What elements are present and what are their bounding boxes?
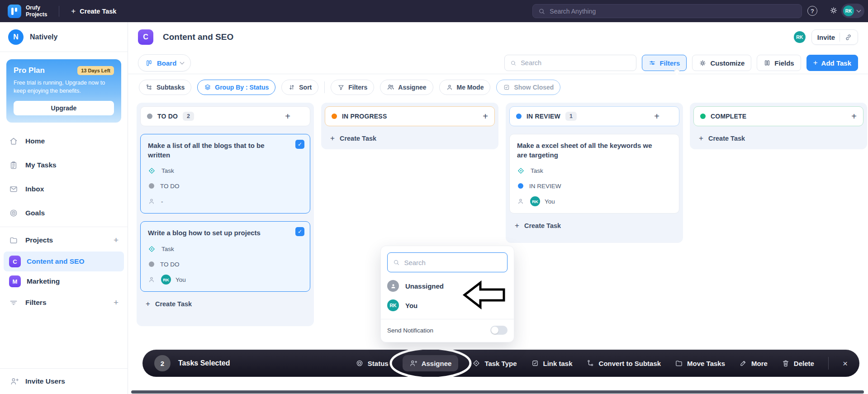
project-label: Marketing <box>27 277 60 285</box>
action-move-tasks-button[interactable]: Move Tasks <box>675 359 725 367</box>
task-card[interactable]: Write a blog how to set up projects ✓ Ta… <box>140 221 310 292</box>
fields-button[interactable]: Fields <box>757 55 801 71</box>
close-icon[interactable]: × <box>843 359 848 368</box>
sidebar-section-filters[interactable]: Filters + <box>0 291 128 314</box>
task-checkbox-checked[interactable]: ✓ <box>295 140 304 149</box>
sort-pill[interactable]: Sort <box>281 80 318 95</box>
column-in-progress-header[interactable]: IN PROGRESS + <box>325 106 495 126</box>
column-in-review-header[interactable]: IN REVIEW 1 + <box>509 106 679 126</box>
project-badge: M <box>9 275 21 287</box>
view-switcher-board[interactable]: Board <box>138 54 191 71</box>
show-closed-pill[interactable]: Show Closed <box>496 80 560 95</box>
invite-button[interactable]: Invite <box>811 29 858 45</box>
invite-users-button[interactable]: Invite Users <box>0 368 128 394</box>
action-convert-to-subtask-button[interactable]: Convert to Subtask <box>587 359 661 367</box>
sidebar: N Natively Pro Plan 13 Days Left Free tr… <box>0 22 128 394</box>
subtasks-pill[interactable]: Subtasks <box>139 80 191 95</box>
search-icon <box>510 60 517 66</box>
task-assignee-label: You <box>175 276 186 283</box>
plus-icon: + <box>813 58 818 67</box>
board-icon <box>145 59 153 67</box>
add-task-icon[interactable]: + <box>654 111 659 122</box>
create-task-button[interactable]: + Create Task <box>509 214 679 233</box>
customize-button[interactable]: Customize <box>692 55 751 71</box>
workspace-switcher[interactable]: N Natively <box>0 22 128 52</box>
divider <box>840 33 840 42</box>
task-type-label: Task <box>161 167 174 174</box>
column-complete-header[interactable]: COMPLETE + <box>693 106 863 126</box>
task-assignee-label: - <box>161 198 163 205</box>
add-project-button[interactable]: + <box>114 235 119 245</box>
assignee-search-input[interactable] <box>404 259 502 266</box>
user-menu[interactable]: RK <box>841 4 864 18</box>
filters-pill-label: Filters <box>348 84 367 91</box>
plan-card: Pro Plan 13 Days Left Free trial is runn… <box>6 59 121 123</box>
column-todo-header[interactable]: TO DO 2 + <box>140 106 310 126</box>
create-task-button[interactable]: + Create Task <box>140 292 310 311</box>
topbar-create-task-button[interactable]: + Create Task <box>71 7 116 16</box>
funnel-icon <box>337 84 345 91</box>
chevron-down-icon <box>857 8 861 13</box>
action-link-task-button[interactable]: Link task <box>531 359 573 367</box>
sidebar-item-inbox[interactable]: Inbox <box>0 177 128 201</box>
me-mode-pill[interactable]: Me Mode <box>439 80 491 95</box>
filters-label: Filters <box>659 59 680 67</box>
create-task-button[interactable]: + Create Task <box>325 126 495 146</box>
send-notification-toggle-off[interactable] <box>490 326 508 335</box>
task-type-label: Task <box>531 167 543 174</box>
help-button[interactable]: ? <box>807 6 817 16</box>
check-icon: ✓ <box>298 228 302 235</box>
app-logo[interactable]: Orufy Projects <box>0 5 47 18</box>
action-delete-button[interactable]: Delete <box>782 359 814 367</box>
task-assignee-row: - <box>148 197 303 206</box>
column-todo: TO DO 2 + Make a list of all the blogs t… <box>137 103 314 326</box>
task-checkbox-checked[interactable]: ✓ <box>295 227 304 236</box>
sidebar-project-marketing[interactable]: M Marketing <box>4 271 124 291</box>
task-card[interactable]: Make a list of all the blogs that to be … <box>140 134 310 214</box>
assignee-option-unassigned[interactable]: Unassigned <box>387 280 508 292</box>
member-avatar[interactable]: RK <box>794 31 806 43</box>
board-search-input[interactable] <box>521 59 631 66</box>
create-task-button[interactable]: + Create Task <box>693 126 863 146</box>
task-status-label: IN REVIEW <box>529 183 561 190</box>
status-dot-in-progress <box>332 114 337 119</box>
upgrade-button[interactable]: Upgrade <box>14 101 114 115</box>
task-card[interactable]: Make a excel sheet of all the keywords w… <box>509 134 679 214</box>
action-assignee-button[interactable]: Assignee <box>403 355 459 371</box>
sidebar-item-my-tasks[interactable]: My Tasks <box>0 153 128 177</box>
sidebar-item-goals[interactable]: Goals <box>0 201 128 225</box>
horizontal-scrollbar[interactable] <box>131 390 864 394</box>
trash-icon <box>782 359 790 367</box>
topbar-divider <box>59 6 59 17</box>
sidebar-section-projects[interactable]: Projects + <box>0 229 128 252</box>
action-task-type-button[interactable]: Task Type <box>472 359 517 367</box>
sidebar-project-content-and-seo[interactable]: C Content and SEO <box>4 252 124 271</box>
home-icon <box>9 137 18 146</box>
board-search[interactable] <box>504 55 636 71</box>
add-task-button[interactable]: + Add Task <box>806 55 858 71</box>
column-in-progress: IN PROGRESS + + Create Task <box>321 103 498 149</box>
topbar: Orufy Projects + Create Task ? RK <box>0 0 868 22</box>
status-icon <box>356 359 364 367</box>
assignee-search[interactable] <box>387 252 508 272</box>
filters-pill[interactable]: Filters <box>331 80 374 95</box>
sidebar-item-label: Home <box>25 137 45 145</box>
add-task-icon[interactable]: + <box>483 111 488 122</box>
assignee-option-you[interactable]: RK You <box>387 299 508 311</box>
add-filter-button[interactable]: + <box>114 298 119 308</box>
global-search[interactable] <box>532 4 802 18</box>
group-by-pill[interactable]: Group By : Status <box>197 80 275 95</box>
assignee-pill[interactable]: Assignee <box>380 80 433 95</box>
filters-button[interactable]: Filters <box>642 55 687 71</box>
settings-button[interactable] <box>829 6 838 15</box>
action-status-button[interactable]: Status <box>356 359 389 367</box>
add-task-icon[interactable]: + <box>285 111 290 122</box>
folder-icon <box>9 236 18 245</box>
add-task-icon[interactable]: + <box>851 111 857 122</box>
global-search-input[interactable] <box>550 8 796 15</box>
task-diamond-icon <box>517 167 525 175</box>
create-task-label: Create Task <box>708 135 745 142</box>
sidebar-item-home[interactable]: Home <box>0 129 128 153</box>
brand-line1: Orufy <box>26 5 47 11</box>
action-more-button[interactable]: More <box>739 359 768 367</box>
